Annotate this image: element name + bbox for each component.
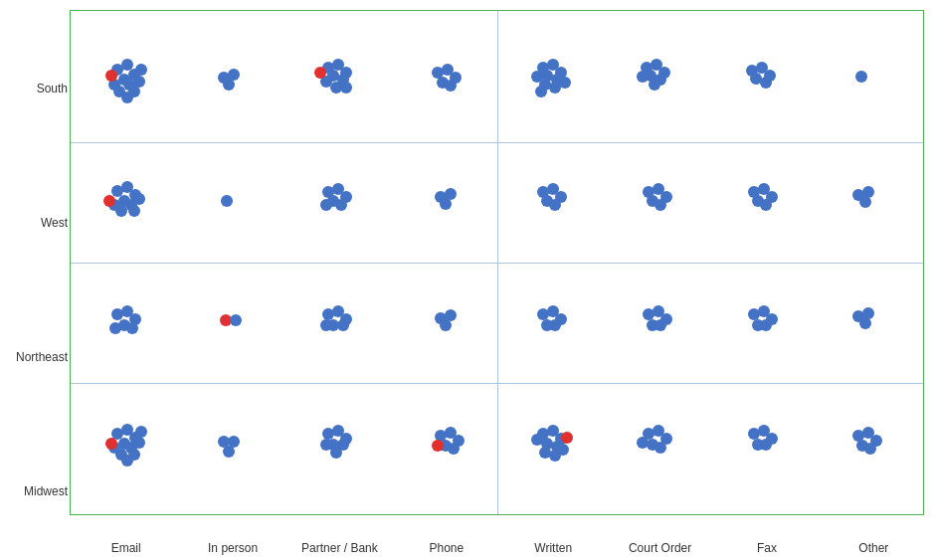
svg-point-152	[432, 440, 444, 452]
svg-point-139	[223, 446, 235, 458]
y-label-northeast: Northeast	[0, 350, 68, 364]
svg-point-102	[337, 319, 349, 331]
svg-point-11	[105, 70, 117, 82]
x-label-fax: Fax	[757, 541, 777, 555]
svg-point-116	[654, 319, 666, 331]
chart-container: South West Northeast Midwest Email In pe…	[0, 0, 934, 560]
svg-point-162	[561, 432, 573, 444]
svg-point-124	[859, 317, 871, 329]
svg-point-111	[549, 319, 561, 331]
x-label-partnerbank: Partner / Bank	[301, 541, 378, 555]
dots-svg	[70, 10, 924, 515]
svg-point-131	[133, 437, 145, 449]
svg-point-81	[654, 199, 666, 211]
svg-point-67	[335, 199, 347, 211]
svg-point-59	[115, 205, 127, 217]
x-label-other: Other	[858, 541, 888, 555]
x-label-phone: Phone	[429, 541, 464, 555]
svg-point-94	[109, 322, 121, 334]
y-label-west: West	[0, 216, 68, 230]
svg-point-121	[760, 319, 772, 331]
svg-point-76	[549, 199, 561, 211]
svg-point-89	[859, 196, 871, 208]
svg-point-22	[340, 82, 352, 93]
svg-point-7	[135, 64, 147, 76]
svg-point-136	[105, 438, 117, 450]
svg-point-58	[133, 193, 145, 205]
svg-point-61	[103, 195, 115, 207]
x-label-email: Email	[111, 541, 141, 555]
svg-point-45	[649, 79, 660, 91]
svg-point-106	[440, 319, 452, 331]
svg-point-135	[121, 455, 133, 467]
svg-point-38	[535, 86, 547, 97]
svg-point-95	[126, 322, 138, 334]
svg-point-151	[448, 443, 460, 455]
svg-point-86	[760, 199, 772, 211]
svg-point-178	[864, 443, 876, 455]
svg-point-68	[320, 199, 332, 211]
svg-point-62	[221, 195, 233, 207]
svg-point-103	[320, 319, 332, 331]
svg-point-50	[760, 77, 772, 89]
svg-point-158	[531, 434, 543, 446]
svg-point-28	[445, 80, 457, 92]
svg-point-167	[654, 442, 666, 454]
svg-point-23	[314, 67, 326, 79]
svg-point-60	[128, 205, 140, 217]
svg-point-44	[637, 71, 649, 83]
svg-point-168	[637, 437, 649, 449]
svg-point-10	[121, 92, 133, 103]
svg-point-97	[230, 314, 242, 326]
x-label-courtorder: Court Order	[629, 541, 691, 555]
y-label-midwest: Midwest	[0, 484, 68, 498]
svg-point-1	[121, 59, 133, 71]
x-label-inperson: In person	[208, 541, 258, 555]
svg-point-173	[760, 439, 772, 451]
svg-point-132	[135, 426, 147, 438]
svg-point-145	[320, 439, 332, 451]
svg-point-161	[557, 444, 569, 456]
svg-point-51	[855, 71, 867, 83]
y-label-south: South	[0, 82, 68, 95]
svg-point-14	[223, 79, 235, 91]
svg-point-146	[330, 447, 342, 459]
x-label-written: Written	[534, 541, 572, 555]
svg-point-71	[440, 198, 452, 210]
svg-point-37	[559, 77, 571, 89]
